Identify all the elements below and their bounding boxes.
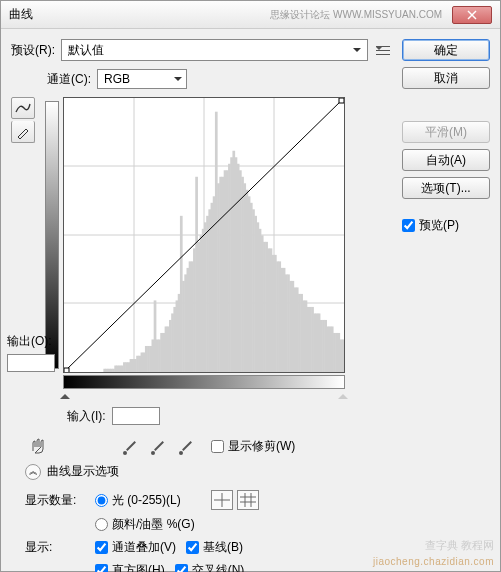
options-button[interactable]: 选项(T)... <box>402 177 490 199</box>
chk-histogram[interactable]: 直方图(H) <box>95 562 165 572</box>
white-point-slider[interactable] <box>338 389 348 399</box>
output-gradient <box>45 101 59 369</box>
grid-fine-button[interactable] <box>237 490 259 510</box>
svg-rect-138 <box>339 98 344 103</box>
preset-value: 默认值 <box>68 42 104 59</box>
radio-pigment[interactable]: 颜料/油墨 %(G) <box>95 516 195 533</box>
show-label: 显示: <box>25 539 85 556</box>
output-value-input[interactable] <box>7 354 55 372</box>
preview-checkbox[interactable]: 预览(P) <box>402 217 459 234</box>
curve-point-tool[interactable] <box>11 97 35 119</box>
input-gradient <box>63 375 345 389</box>
black-eyedropper[interactable] <box>123 437 141 455</box>
show-clipping-checkbox[interactable]: 显示修剪(W) <box>211 438 295 455</box>
show-amount-label: 显示数量: <box>25 492 85 509</box>
channel-dropdown[interactable]: RGB <box>97 69 187 89</box>
watermark-text: 思缘设计论坛 WWW.MISSYUAN.COM <box>270 8 442 22</box>
curve-pencil-tool[interactable] <box>11 121 35 143</box>
close-icon <box>467 10 477 20</box>
target-adjust-tool[interactable] <box>29 437 49 455</box>
grid-coarse-button[interactable] <box>211 490 233 510</box>
ok-button[interactable]: 确定 <box>402 39 490 61</box>
svg-rect-137 <box>64 368 69 372</box>
close-button[interactable] <box>452 6 492 24</box>
channel-label: 通道(C): <box>47 71 91 88</box>
title-bar: 曲线 思缘设计论坛 WWW.MISSYUAN.COM <box>1 1 500 29</box>
chk-baseline[interactable]: 基线(B) <box>186 539 243 556</box>
watermark-bottom: jiaocheng.chazidian.com <box>373 556 494 567</box>
channel-value: RGB <box>104 72 130 86</box>
preset-dropdown[interactable]: 默认值 <box>61 39 368 61</box>
gray-eyedropper[interactable] <box>151 437 169 455</box>
preset-label: 预设(R): <box>11 42 55 59</box>
black-point-slider[interactable] <box>60 389 70 399</box>
chk-intersection[interactable]: 交叉线(N) <box>175 562 245 572</box>
radio-light[interactable]: 光 (0-255)(L) <box>95 492 181 509</box>
curve-icon <box>15 101 31 115</box>
watermark-mid: 查字典 教程网 <box>425 538 494 553</box>
output-label: 输出(O): <box>7 333 52 350</box>
dialog-title: 曲线 <box>9 6 33 23</box>
svg-rect-135 <box>342 339 344 372</box>
chk-channel-overlay[interactable]: 通道叠加(V) <box>95 539 176 556</box>
smooth-button: 平滑(M) <box>402 121 490 143</box>
collapse-options-button[interactable]: ︽ <box>25 464 41 480</box>
input-value-input[interactable] <box>112 407 160 425</box>
input-label: 输入(I): <box>67 408 106 425</box>
curve-display-options-label: 曲线显示选项 <box>47 463 119 480</box>
curve-graph[interactable] <box>63 97 345 373</box>
cancel-button[interactable]: 取消 <box>402 67 490 89</box>
preset-menu-icon[interactable] <box>374 41 392 59</box>
pencil-icon <box>16 125 30 139</box>
white-eyedropper[interactable] <box>179 437 197 455</box>
auto-button[interactable]: 自动(A) <box>402 149 490 171</box>
